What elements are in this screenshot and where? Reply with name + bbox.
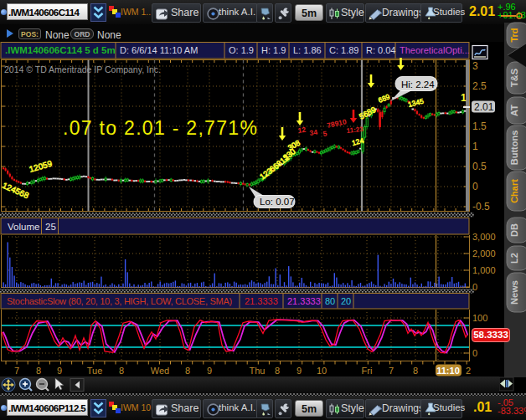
svg-text:L: 1.86: L: 1.86 bbox=[293, 45, 322, 55]
svg-text:Volume: Volume bbox=[8, 222, 39, 232]
svg-text:78910: 78910 bbox=[326, 117, 347, 130]
svg-text:R: 0.04: R: 0.04 bbox=[366, 45, 395, 55]
svg-text:1.5: 1.5 bbox=[472, 120, 487, 132]
svg-text:L2: L2 bbox=[509, 253, 519, 264]
svg-text:AT: AT bbox=[509, 105, 519, 116]
svg-text:8: 8 bbox=[36, 366, 41, 376]
svg-text:1: 1 bbox=[461, 92, 467, 104]
svg-text:News: News bbox=[509, 280, 519, 305]
svg-text:0: 0 bbox=[472, 181, 478, 192]
svg-text:T&S: T&S bbox=[509, 69, 519, 87]
svg-text:DB: DB bbox=[509, 223, 519, 237]
svg-text:9: 9 bbox=[297, 366, 302, 376]
svg-text:12: 12 bbox=[297, 125, 307, 135]
svg-text:689: 689 bbox=[377, 92, 391, 105]
svg-text:9: 9 bbox=[207, 366, 212, 376]
svg-text:80: 80 bbox=[325, 296, 335, 306]
svg-text:Hi: 2.24: Hi: 2.24 bbox=[401, 79, 435, 90]
svg-text:8: 8 bbox=[119, 366, 124, 376]
svg-text:25: 25 bbox=[45, 222, 56, 232]
svg-text:TheoreticalOpti...: TheoreticalOpti... bbox=[400, 45, 470, 55]
svg-text:34: 34 bbox=[309, 128, 318, 137]
svg-text:5: 5 bbox=[322, 129, 327, 138]
svg-text:Chart: Chart bbox=[509, 179, 519, 203]
svg-text:Lo: 0.07: Lo: 0.07 bbox=[260, 197, 295, 207]
svg-text:H: 1.9: H: 1.9 bbox=[261, 45, 286, 55]
svg-text:-0.5: -0.5 bbox=[472, 201, 490, 213]
svg-text:3,000: 3,000 bbox=[472, 232, 496, 242]
svg-text:2.5: 2.5 bbox=[472, 80, 487, 92]
svg-text:2,000: 2,000 bbox=[472, 248, 496, 259]
svg-text:1: 1 bbox=[472, 141, 478, 152]
svg-text:21.3333: 21.3333 bbox=[245, 296, 278, 306]
svg-text:10: 10 bbox=[317, 366, 327, 376]
svg-text:7: 7 bbox=[14, 366, 19, 376]
svg-text:2.01: 2.01 bbox=[474, 101, 494, 113]
svg-text:Tue: Tue bbox=[87, 366, 103, 376]
svg-text:.07 to 2.01 - 2,771%: .07 to 2.01 - 2,771% bbox=[63, 117, 258, 139]
svg-text:2014 © TD Ameritrade IP Compan: 2014 © TD Ameritrade IP Company, Inc. bbox=[4, 64, 161, 74]
svg-text:12059: 12059 bbox=[28, 159, 54, 174]
svg-text:21.3333: 21.3333 bbox=[287, 296, 321, 306]
svg-text:Trd: Trd bbox=[509, 28, 519, 42]
svg-text:C: 1.89: C: 1.89 bbox=[329, 45, 358, 55]
svg-text:O: 1.9: O: 1.9 bbox=[229, 45, 254, 55]
svg-text:7: 7 bbox=[389, 366, 394, 376]
svg-text:0: 0 bbox=[472, 348, 477, 358]
svg-text:StochasticSlow (80, 20, 10, 3,: StochasticSlow (80, 20, 10, 3, HIGH, LOW… bbox=[7, 296, 232, 306]
svg-text:8: 8 bbox=[185, 366, 190, 376]
svg-text:1345: 1345 bbox=[407, 97, 425, 109]
svg-text:0.5: 0.5 bbox=[472, 161, 487, 172]
svg-text:11:10: 11:10 bbox=[436, 366, 460, 376]
svg-text:Buttons: Buttons bbox=[509, 131, 519, 166]
svg-text:2: 2 bbox=[466, 366, 471, 376]
svg-text:8: 8 bbox=[413, 366, 418, 376]
svg-text:100: 100 bbox=[472, 313, 487, 323]
svg-text:8: 8 bbox=[275, 366, 280, 376]
svg-text:D: 6/6/14 11:10 AM: D: 6/6/14 11:10 AM bbox=[120, 45, 198, 55]
svg-text:9: 9 bbox=[57, 366, 62, 376]
svg-text:Fri: Fri bbox=[362, 366, 373, 376]
svg-text:Wed: Wed bbox=[151, 366, 169, 376]
svg-text:Thu: Thu bbox=[250, 366, 266, 376]
svg-text:.IWM140606C114 5 d 5m: .IWM140606C114 5 d 5m bbox=[5, 45, 116, 55]
svg-text:3: 3 bbox=[472, 60, 478, 72]
svg-text:1,000: 1,000 bbox=[472, 265, 496, 275]
svg-text:20: 20 bbox=[341, 296, 351, 306]
svg-text:0: 0 bbox=[472, 282, 477, 292]
